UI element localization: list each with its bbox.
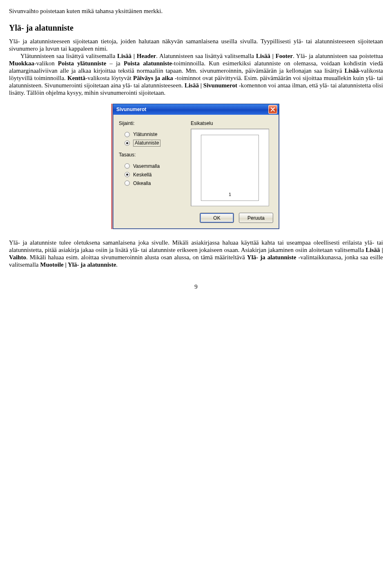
radio-icon <box>125 140 130 146</box>
radio-label: Ylätunniste <box>133 131 157 137</box>
menu-ref: Ylä- ja alatunniste <box>247 254 296 261</box>
intro-paragraph: Sivunvaihto poistetaan kuten mikä tahans… <box>9 7 383 15</box>
radio-label: Vasemmalla <box>133 163 160 169</box>
menu-ref: Poista alatunniste <box>124 60 172 67</box>
preview-label: Esikatselu <box>191 120 273 126</box>
text: Ylätunnisteen saa lisättyä valitsemalla <box>20 53 117 59</box>
alignment-radio-group: Vasemmalla Keskellä Oikealla <box>119 160 184 192</box>
radio-label: Keskellä <box>133 172 151 178</box>
radio-icon <box>125 132 130 137</box>
radio-icon <box>125 180 130 186</box>
body-paragraph-1: Ylä- ja alatunnisteeseen sijoitetaan tie… <box>9 38 383 96</box>
text: . Ylä- ja alatunnisteen saa poistettua <box>293 53 383 59</box>
dialog-title: Sivunumerot <box>116 107 146 112</box>
page-number: 9 <box>9 283 383 290</box>
menu-ref: Päiväys ja aika <box>133 75 173 81</box>
dialog-screenshot: Sivunumerot Sijainti: Ylätunniste <box>9 104 383 229</box>
text: Ylä- ja alatunnisteeseen sijoitetaan tie… <box>9 38 383 52</box>
alignment-label: Tasaus: <box>119 152 184 158</box>
menu-ref: Muokkaa <box>9 60 34 67</box>
preview-page-number: 1 <box>229 192 231 197</box>
close-icon[interactable] <box>268 105 277 114</box>
menu-ref: Lisää | Sivunumerot <box>185 82 237 89</box>
radio-icon <box>125 163 130 169</box>
crop-edge-marker <box>111 104 112 229</box>
text: . Alatunnisteen saa lisättyä valitsemall… <box>156 53 256 59</box>
menu-ref: Lisää <box>345 67 359 74</box>
position-label: Sijainti: <box>119 120 184 126</box>
radio-header[interactable]: Ylätunniste <box>125 131 184 138</box>
ok-button[interactable]: OK <box>200 213 234 223</box>
text: . Mikäli haluaa esim. aloittaa sivunumer… <box>26 254 247 261</box>
position-radio-group: Ylätunniste Alatunniste <box>119 129 184 152</box>
text: -valikon <box>34 60 58 67</box>
text: Ylä- ja alatunniste tulee oletuksena sam… <box>9 239 383 253</box>
text: . <box>116 261 118 268</box>
preview-pane: 1 <box>191 129 269 206</box>
menu-ref: Muotoile | Ylä- ja alatunniste <box>40 261 116 268</box>
cancel-button[interactable]: Peruuta <box>239 213 273 223</box>
radio-label: Alatunniste <box>133 140 160 146</box>
radio-left[interactable]: Vasemmalla <box>125 163 184 170</box>
radio-right[interactable]: Oikealla <box>125 180 184 187</box>
radio-label: Oikealla <box>133 180 151 186</box>
dialog-titlebar[interactable]: Sivunumerot <box>113 104 279 115</box>
radio-footer[interactable]: Alatunniste <box>125 139 184 147</box>
menu-ref: Lisää | Footer <box>256 53 293 59</box>
menu-ref: Poista ylätunniste <box>58 60 106 67</box>
menu-ref: Kenttä <box>67 75 85 81</box>
body-paragraph-2: Ylä- ja alatunniste tulee oletuksena sam… <box>9 239 383 268</box>
page-numbers-dialog: Sivunumerot Sijainti: Ylätunniste <box>113 104 279 229</box>
radio-icon <box>125 172 130 177</box>
text: -valikosta löytyvät <box>85 75 133 81</box>
text: – ja <box>106 60 124 67</box>
menu-ref: Lisää | Header <box>117 53 156 59</box>
radio-center[interactable]: Keskellä <box>125 171 184 178</box>
preview-page: 1 <box>201 135 259 201</box>
section-heading: Ylä- ja alatunniste <box>9 23 383 33</box>
